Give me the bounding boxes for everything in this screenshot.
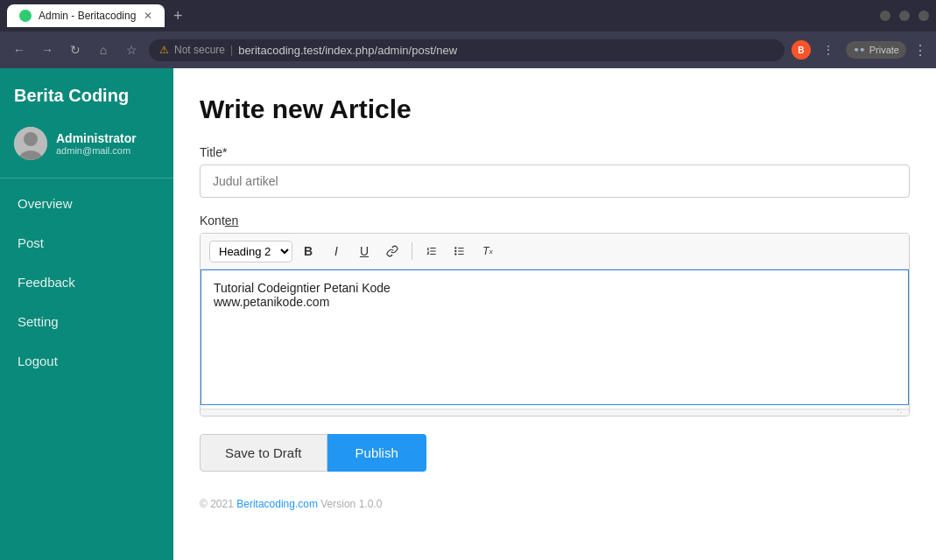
reload-btn[interactable]: ↻	[65, 39, 86, 60]
svg-point-10	[455, 250, 456, 251]
new-tab-btn[interactable]: +	[173, 7, 183, 25]
back-btn[interactable]: ←	[9, 39, 30, 60]
private-label: Private	[869, 45, 899, 55]
unordered-list-btn[interactable]	[447, 239, 472, 263]
publish-button[interactable]: Publish	[327, 434, 426, 472]
svg-point-1	[24, 132, 38, 146]
konten-form-group: Konten Heading 1 Heading 2 Heading 3 Par…	[200, 214, 910, 416]
tab-title: Admin - Beritacoding	[39, 10, 136, 22]
save-draft-button[interactable]: Save to Draft	[200, 434, 327, 472]
sidebar-user-info: Administrator admin@mail.com	[56, 131, 137, 156]
sidebar-item-setting[interactable]: Setting	[0, 302, 173, 341]
sidebar-logo: Berita Coding	[0, 68, 173, 118]
italic-icon: I	[334, 244, 338, 258]
underline-icon: U	[360, 244, 369, 258]
extensions-btn[interactable]: ⋮	[818, 39, 839, 60]
link-icon	[386, 245, 398, 257]
konten-label: Konten	[200, 214, 910, 228]
brave-icon: B	[792, 40, 811, 60]
sidebar-nav: Overview Post Feedback Setting Logout	[0, 184, 173, 381]
sidebar-item-overview[interactable]: Overview	[0, 184, 173, 223]
heading-select[interactable]: Heading 1 Heading 2 Heading 3 Paragraph	[209, 241, 292, 262]
close-btn[interactable]: ✕	[918, 10, 929, 21]
avatar	[14, 127, 47, 160]
address-bar-wrapper[interactable]: ⚠ Not secure |	[149, 39, 785, 61]
user-email: admin@mail.com	[56, 145, 137, 156]
minimize-btn[interactable]: —	[880, 10, 890, 21]
page-title: Write new Article	[200, 94, 910, 124]
toolbar-divider	[412, 242, 412, 260]
italic-btn[interactable]: I	[324, 239, 348, 263]
not-secure-label: Not secure	[174, 44, 225, 56]
footer-link[interactable]: Beritacoding.com	[236, 498, 318, 510]
private-badge: 👓 Private	[846, 41, 906, 59]
tab-favicon	[19, 10, 32, 22]
browser-menu-btn[interactable]: ⋮	[913, 42, 927, 59]
sidebar-user: Administrator admin@mail.com	[0, 118, 173, 178]
editor-wrapper: Heading 1 Heading 2 Heading 3 Paragraph …	[200, 233, 910, 416]
app-container: Berita Coding Administrator admin@mail.c…	[0, 68, 936, 560]
footer: © 2021 Beritacoding.com Version 1.0.0	[200, 498, 910, 510]
forward-btn[interactable]: →	[37, 39, 58, 60]
sidebar-item-logout[interactable]: Logout	[0, 341, 173, 381]
svg-point-11	[455, 254, 456, 255]
browser-titlebar: Admin - Beritacoding ✕ + — □ ✕	[0, 0, 936, 32]
clear-format-btn[interactable]: Tx	[475, 239, 500, 263]
editor-resize-handle[interactable]: ⋱	[201, 409, 909, 416]
bold-btn[interactable]: B	[296, 239, 320, 263]
svg-point-9	[455, 248, 456, 248]
main-content: Write new Article Title* Konten Heading …	[173, 68, 936, 560]
sidebar: Berita Coding Administrator admin@mail.c…	[0, 68, 173, 560]
ordered-list-icon	[426, 245, 438, 257]
address-input[interactable]	[238, 44, 774, 57]
bold-icon: B	[304, 244, 313, 258]
title-form-group: Title*	[200, 145, 910, 198]
user-name: Administrator	[56, 131, 137, 145]
tab-close-btn[interactable]: ✕	[144, 10, 152, 22]
footer-copyright: © 2021	[200, 498, 236, 510]
browser-tab[interactable]: Admin - Beritacoding ✕	[7, 4, 165, 27]
home-btn[interactable]: ⌂	[93, 39, 114, 60]
konten-underline: en	[225, 214, 239, 228]
sidebar-item-feedback[interactable]: Feedback	[0, 262, 173, 302]
title-label: Title*	[200, 145, 910, 159]
editor-toolbar: Heading 1 Heading 2 Heading 3 Paragraph …	[201, 234, 909, 270]
browser-navbar: ← → ↻ ⌂ ☆ ⚠ Not secure | B ⋮ 👓 Private ⋮	[0, 32, 936, 68]
maximize-btn[interactable]: □	[899, 10, 910, 21]
underline-btn[interactable]: U	[352, 239, 377, 263]
footer-version: Version 1.0.0	[318, 498, 382, 510]
sidebar-item-post[interactable]: Post	[0, 223, 173, 262]
action-buttons: Save to Draft Publish	[200, 434, 910, 472]
unordered-list-icon	[454, 245, 466, 257]
window-controls: — □ ✕	[880, 10, 929, 21]
link-btn[interactable]	[380, 239, 405, 263]
ordered-list-btn[interactable]	[419, 239, 444, 263]
editor-body[interactable]: Tutorial Codeigntier Petani Kode www.pet…	[201, 270, 909, 405]
bookmark-btn[interactable]: ☆	[121, 39, 142, 60]
warning-icon: ⚠	[159, 44, 169, 56]
title-input[interactable]	[200, 164, 910, 198]
url-separator: |	[230, 44, 233, 56]
